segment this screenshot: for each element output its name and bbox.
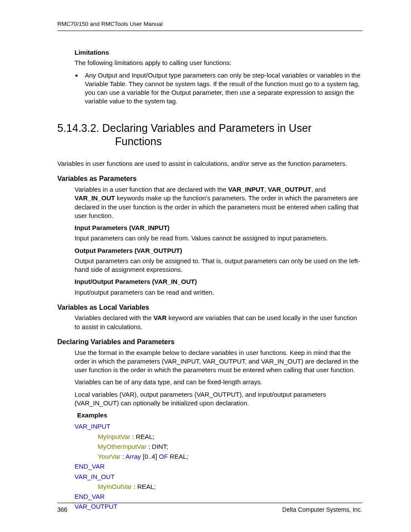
page-footer: 366 Delta Computer Systems, Inc. bbox=[57, 503, 362, 514]
dvp-p1: Use the format in the example below to d… bbox=[75, 348, 362, 375]
code-line: MyInOutVar : REAL; bbox=[75, 482, 362, 492]
kw-var-in-out: VAR_IN_OUT bbox=[75, 473, 115, 480]
colon: : bbox=[121, 453, 126, 460]
kw-array: Array bbox=[125, 453, 141, 460]
page-number: 366 bbox=[57, 506, 67, 514]
input-params-heading: Input Parameters (VAR_INPUT) bbox=[75, 224, 362, 232]
footer-org: Delta Computer Systems, Inc. bbox=[282, 506, 362, 514]
vap-kw2: VAR_OUTPUT bbox=[268, 186, 311, 193]
limitations-block: Limitations The following limitations ap… bbox=[75, 48, 362, 68]
vap-p1b: keywords make up the function's paramete… bbox=[75, 194, 359, 219]
kw-end-var-2: END_VAR bbox=[75, 493, 105, 500]
code-line: VAR_INPUT bbox=[75, 421, 362, 431]
type-dint: : DINT; bbox=[146, 443, 168, 450]
array-range: [0..4] bbox=[141, 453, 159, 460]
output-params-heading: Output Parameters (VAR_OUTPUT) bbox=[75, 246, 362, 255]
kw-end-var: END_VAR bbox=[75, 463, 105, 470]
vap-p1a: Variables in a user function that are de… bbox=[75, 186, 228, 193]
dvp-p2: Variables can be of any data type, and c… bbox=[75, 378, 362, 386]
limitations-bullet: Any Output and Input/Output type paramet… bbox=[82, 71, 362, 106]
code-line: MyOtherInputVar : DINT; bbox=[75, 442, 362, 451]
kw-of: OF bbox=[159, 453, 168, 460]
vlv-block: Variables declared with the VAR keyword … bbox=[75, 314, 362, 331]
limitations-list: Any Output and Input/Output type paramet… bbox=[57, 71, 362, 106]
section-intro: Variables in user functions are used to … bbox=[57, 159, 362, 168]
code-line: MyInputVar : REAL; bbox=[75, 432, 362, 442]
section-title-line2: Functions bbox=[57, 135, 362, 148]
vlv-paragraph: Variables declared with the VAR keyword … bbox=[75, 314, 362, 331]
dvp-block: Use the format in the example below to d… bbox=[75, 348, 362, 512]
dvp-p3: Local variables (VAR), output parameters… bbox=[75, 390, 362, 408]
running-header: RMC70/150 and RMCTools User Manual bbox=[57, 20, 362, 31]
inout-params-heading: Input/Output Parameters (VAR_IN_OUT) bbox=[75, 277, 362, 286]
vap-paragraph: Variables in a user function that are de… bbox=[75, 185, 362, 220]
section-heading: 5.14.3.2. Declaring Variables and Parame… bbox=[57, 121, 362, 149]
vap-kw1: VAR_INPUT bbox=[228, 186, 265, 193]
inout-params-text: Input/output parameters can be read and … bbox=[75, 288, 362, 297]
vap-kw3: VAR_IN_OUT bbox=[75, 194, 115, 202]
limitations-title: Limitations bbox=[75, 48, 362, 57]
vap-sep1: , bbox=[265, 186, 268, 193]
section-title-line1: Declaring Variables and Parameters in Us… bbox=[102, 122, 311, 134]
kw-var-input: VAR_INPUT bbox=[75, 423, 110, 430]
type-real-tail: REAL; bbox=[168, 453, 189, 460]
code-line: END_VAR bbox=[75, 492, 362, 501]
dvp-heading: Declaring Variables and Parameters bbox=[57, 337, 362, 347]
vap-sep2: , and bbox=[311, 186, 325, 193]
code-example: VAR_INPUT MyInputVar : REAL; MyOtherInpu… bbox=[75, 421, 362, 511]
input-params-text: Input parameters can only be read from. … bbox=[75, 234, 362, 243]
output-params-text: Output parameters can only be assigned t… bbox=[75, 257, 362, 274]
vlv-p1a: Variables declared with the bbox=[75, 314, 153, 321]
code-line: END_VAR bbox=[75, 461, 362, 471]
code-line: YourVar : Array [0..4] OF REAL; bbox=[75, 451, 362, 461]
section-number: 5.14.3.2. bbox=[57, 122, 99, 134]
type-real-2: : REAL; bbox=[132, 483, 156, 490]
vap-block: Variables in a user function that are de… bbox=[75, 185, 362, 297]
page: RMC70/150 and RMCTools User Manual Limit… bbox=[0, 0, 411, 532]
limitations-intro: The following limitations apply to calli… bbox=[75, 59, 362, 67]
vlv-kw: VAR bbox=[153, 314, 167, 321]
vap-heading: Variables as Parameters bbox=[57, 174, 362, 184]
examples-heading: Examples bbox=[77, 411, 362, 420]
id-myinoutvar: MyInOutVar bbox=[98, 483, 132, 490]
id-myotherinputvar: MyOtherInputVar bbox=[98, 443, 146, 450]
vlv-heading: Variables as Local Variables bbox=[57, 303, 362, 312]
id-myinputvar: MyInputVar bbox=[98, 433, 131, 440]
id-yourvar: YourVar bbox=[98, 453, 121, 460]
code-line: VAR_IN_OUT bbox=[75, 472, 362, 482]
type-real: : REAL; bbox=[131, 433, 155, 440]
